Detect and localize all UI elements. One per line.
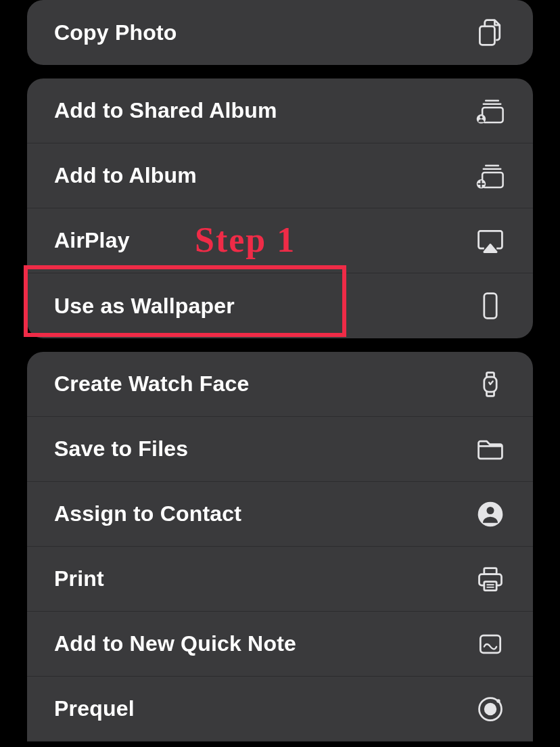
svg-rect-0 xyxy=(480,26,494,45)
phone-rect-icon xyxy=(475,290,506,321)
menu-item-add-to-quick-note[interactable]: Add to New Quick Note xyxy=(27,612,533,677)
menu-item-label: Add to Album xyxy=(54,163,197,188)
folder-icon xyxy=(475,434,506,465)
svg-point-2 xyxy=(477,114,486,124)
svg-rect-13 xyxy=(480,635,500,653)
menu-item-label: Save to Files xyxy=(54,436,188,461)
menu-item-airplay[interactable]: AirPlay xyxy=(27,208,533,273)
menu-item-label: Create Watch Face xyxy=(54,371,250,397)
menu-item-assign-to-contact[interactable]: Assign to Contact xyxy=(27,482,533,547)
watch-icon xyxy=(475,369,506,400)
menu-item-label: Prequel xyxy=(54,696,135,721)
svg-rect-12 xyxy=(484,581,496,590)
menu-item-label: Assign to Contact xyxy=(54,501,241,526)
menu-item-label: Use as Wallpaper xyxy=(54,294,235,319)
add-album-icon xyxy=(475,160,506,191)
svg-point-15 xyxy=(484,702,496,715)
menu-item-label: Add to New Quick Note xyxy=(54,631,296,656)
svg-rect-11 xyxy=(484,568,496,574)
printer-icon xyxy=(475,564,506,595)
menu-item-add-to-shared-album[interactable]: Add to Shared Album xyxy=(27,78,533,143)
menu-item-save-to-files[interactable]: Save to Files xyxy=(27,417,533,482)
menu-item-use-as-wallpaper[interactable]: Use as Wallpaper xyxy=(27,273,533,338)
shared-album-icon xyxy=(475,95,506,127)
quicknote-icon xyxy=(475,629,506,660)
menu-item-label: AirPlay xyxy=(54,228,130,253)
svg-rect-6 xyxy=(484,294,496,319)
svg-point-3 xyxy=(480,116,483,118)
menu-item-add-to-album[interactable]: Add to Album xyxy=(27,143,533,208)
copy-docs-icon xyxy=(475,17,506,48)
menu-item-label: Copy Photo xyxy=(54,20,177,45)
menu-group: Copy Photo xyxy=(27,0,533,65)
prequel-icon xyxy=(475,694,506,725)
svg-point-9 xyxy=(487,507,494,514)
menu-item-print[interactable]: Print xyxy=(27,547,533,612)
menu-group: Add to Shared Album Add to Album xyxy=(27,78,533,338)
menu-item-prequel[interactable]: Prequel xyxy=(27,677,533,742)
svg-point-16 xyxy=(496,699,500,703)
menu-group: Create Watch Face Save to Files Assign xyxy=(27,352,533,742)
menu-item-label: Print xyxy=(54,566,104,591)
menu-item-copy-photo[interactable]: Copy Photo xyxy=(27,0,533,65)
airplay-icon xyxy=(475,225,506,256)
share-sheet: Copy Photo Add to Shared Album xyxy=(0,0,560,742)
contact-circle-icon xyxy=(475,499,506,530)
menu-item-create-watch-face[interactable]: Create Watch Face xyxy=(27,352,533,417)
menu-item-label: Add to Shared Album xyxy=(54,98,277,123)
